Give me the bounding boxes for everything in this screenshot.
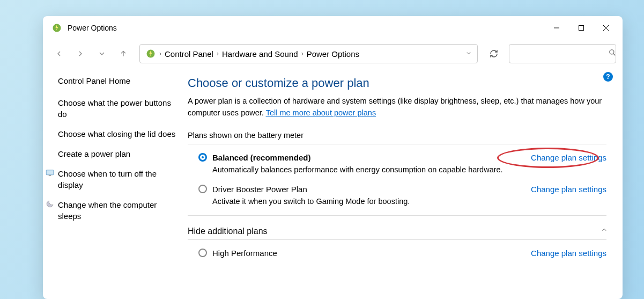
radio-driver-booster[interactable] bbox=[198, 185, 207, 193]
control-panel-window: Power Options › Control Panel › Hardware… bbox=[43, 16, 623, 299]
sidebar-link-closing-lid[interactable]: Choose what closing the lid does bbox=[58, 128, 178, 140]
page-heading: Choose or customize a power plan bbox=[188, 76, 606, 90]
moon-icon bbox=[45, 199, 55, 209]
breadcrumb-icon bbox=[145, 48, 156, 59]
display-icon bbox=[45, 168, 55, 178]
change-plan-settings-link[interactable]: Change plan settings bbox=[531, 249, 606, 258]
sidebar-link-create-plan[interactable]: Create a power plan bbox=[58, 148, 178, 159]
minimize-button[interactable] bbox=[544, 18, 569, 38]
breadcrumb-item[interactable]: Power Options bbox=[307, 49, 359, 59]
plan-name[interactable]: Balanced (recommended) bbox=[212, 153, 310, 162]
divider bbox=[188, 239, 606, 240]
svg-line-7 bbox=[613, 54, 616, 56]
change-plan-settings-link[interactable]: Change plan settings bbox=[531, 185, 606, 194]
section-label-hidden: Hide additional plans bbox=[188, 227, 268, 236]
chevron-down-icon[interactable] bbox=[465, 49, 472, 59]
svg-rect-2 bbox=[579, 26, 584, 31]
refresh-button[interactable] bbox=[484, 44, 504, 63]
recent-dropdown[interactable] bbox=[92, 44, 112, 63]
main-panel: Choose or customize a power plan A power… bbox=[182, 68, 623, 299]
search-input[interactable] bbox=[515, 49, 609, 58]
plan-description: Activate it when you switch to Gaming Mo… bbox=[212, 197, 531, 206]
titlebar: Power Options bbox=[43, 16, 623, 40]
breadcrumb-item[interactable]: Hardware and Sound bbox=[222, 49, 298, 59]
maximize-button[interactable] bbox=[569, 18, 594, 38]
sidebar-link-power-buttons[interactable]: Choose what the power buttons do bbox=[58, 97, 178, 120]
radio-high-performance[interactable] bbox=[198, 249, 207, 257]
learn-more-link[interactable]: Tell me more about power plans bbox=[266, 108, 376, 117]
breadcrumb[interactable]: › Control Panel › Hardware and Sound › P… bbox=[139, 44, 478, 63]
hide-additional-plans-toggle[interactable]: Hide additional plans ⌵ bbox=[188, 223, 606, 239]
chevron-right-icon: › bbox=[217, 50, 219, 57]
close-button[interactable] bbox=[594, 18, 618, 38]
plan-description: Automatically balances performance with … bbox=[212, 165, 531, 174]
search-icon[interactable] bbox=[609, 49, 616, 59]
window-title: Power Options bbox=[68, 24, 544, 32]
power-plan-driver-booster: Driver Booster Power Plan Activate it wh… bbox=[188, 184, 606, 215]
up-button[interactable] bbox=[114, 44, 133, 63]
section-label-shown: Plans shown on the battery meter bbox=[188, 131, 606, 140]
content-area: ? Control Panel Home Choose what the pow… bbox=[43, 68, 623, 299]
chevron-right-icon: › bbox=[159, 50, 161, 57]
back-button[interactable] bbox=[49, 44, 69, 63]
radio-balanced[interactable] bbox=[198, 153, 207, 162]
breadcrumb-item[interactable]: Control Panel bbox=[165, 49, 213, 59]
sidebar-link-computer-sleeps[interactable]: Change when the computer sleeps bbox=[58, 199, 178, 222]
window-controls bbox=[544, 18, 618, 38]
navigation-bar: › Control Panel › Hardware and Sound › P… bbox=[43, 40, 623, 68]
plan-name[interactable]: Driver Booster Power Plan bbox=[212, 185, 307, 194]
control-panel-home-link[interactable]: Control Panel Home bbox=[58, 76, 178, 85]
divider bbox=[188, 215, 606, 216]
chevron-up-icon: ⌵ bbox=[602, 227, 606, 236]
chevron-right-icon: › bbox=[301, 50, 304, 57]
svg-rect-9 bbox=[49, 176, 51, 177]
power-plan-high-performance: High Performance Change plan settings bbox=[188, 247, 606, 271]
search-box[interactable] bbox=[509, 44, 616, 63]
sidebar-link-turn-off-display[interactable]: Choose when to turn off the display bbox=[58, 168, 178, 191]
svg-rect-8 bbox=[46, 170, 54, 175]
page-description: A power plan is a collection of hardware… bbox=[188, 96, 606, 119]
forward-button[interactable] bbox=[71, 44, 90, 63]
svg-point-6 bbox=[610, 50, 614, 54]
sidebar: Control Panel Home Choose what the power… bbox=[43, 68, 182, 299]
help-button[interactable]: ? bbox=[603, 72, 613, 82]
power-plan-balanced: Balanced (recommended) Automatically bal… bbox=[188, 152, 606, 184]
change-plan-settings-link[interactable]: Change plan settings bbox=[531, 153, 606, 162]
power-options-icon bbox=[51, 23, 62, 33]
divider bbox=[188, 144, 606, 144]
plan-name[interactable]: High Performance bbox=[212, 249, 277, 258]
